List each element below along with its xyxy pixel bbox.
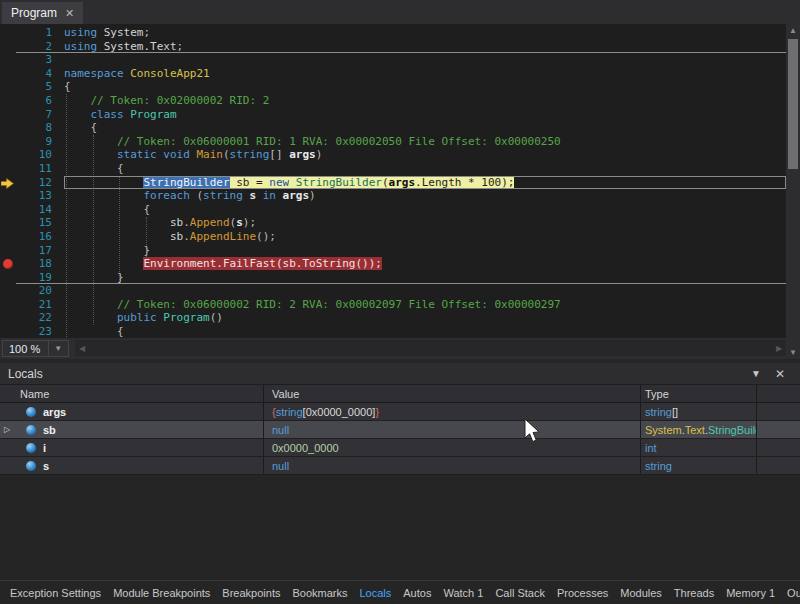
bottom-tab-autos[interactable]: Autos (397, 587, 437, 599)
locals-column-header[interactable]: Name Value Type (0, 385, 800, 403)
code-line[interactable]: 9 // Token: 0x06000001 RID: 1 RVA: 0x000… (0, 135, 786, 149)
code-line[interactable]: 1using System; (0, 26, 786, 40)
bottom-tab-processes[interactable]: Processes (551, 587, 614, 599)
code-line[interactable]: 12 StringBuilder sb = new StringBuilder(… (0, 176, 786, 190)
locals-name-cell[interactable]: args (0, 403, 264, 420)
tab-program[interactable]: Program ✕ (2, 2, 83, 24)
bottom-tab-modules[interactable]: Modules (614, 587, 668, 599)
expand-arrow-icon[interactable]: ▷ (0, 425, 14, 434)
code-line[interactable]: 13 foreach (string s in args) (0, 189, 786, 203)
code-text[interactable]: // Token: 0x06000002 RID: 2 RVA: 0x00002… (64, 298, 786, 312)
code-text[interactable]: StringBuilder sb = new StringBuilder(arg… (64, 176, 786, 190)
code-text[interactable]: using System.Text; (64, 40, 786, 54)
breakpoint-margin[interactable] (0, 94, 16, 108)
bottom-tab-call-stack[interactable]: Call Stack (489, 587, 551, 599)
breakpoint-margin[interactable] (0, 311, 16, 325)
editor-horizontal-scrollbar[interactable]: ◀ ▶ (75, 340, 786, 356)
code-line[interactable]: 4namespace ConsoleApp21 (0, 67, 786, 81)
locals-row[interactable]: i0x0000_0000int (0, 439, 800, 457)
breakpoint-margin[interactable] (0, 230, 16, 244)
bottom-tab-locals[interactable]: Locals (353, 587, 397, 599)
column-header-type[interactable]: Type (641, 385, 757, 402)
breakpoint-margin[interactable] (0, 108, 16, 122)
bottom-tab-breakpoints[interactable]: Breakpoints (216, 587, 286, 599)
scroll-up-icon[interactable]: ▲ (786, 24, 800, 37)
locals-type-cell[interactable]: string[] (641, 403, 757, 420)
locals-name-cell[interactable]: s (0, 457, 264, 474)
current-statement-arrow-icon[interactable] (0, 176, 16, 190)
breakpoint-margin[interactable] (0, 26, 16, 40)
locals-value-cell[interactable]: null (264, 457, 641, 474)
breakpoint-margin[interactable] (0, 325, 16, 339)
locals-value-cell[interactable]: null (264, 421, 641, 438)
code-line[interactable]: 18 Environment.FailFast(sb.ToString()); (0, 257, 786, 271)
editor-vertical-scrollbar[interactable]: ▲ ▼ (786, 24, 800, 359)
code-line[interactable]: 5{ (0, 80, 786, 94)
locals-value-cell[interactable]: 0x0000_0000 (264, 439, 641, 456)
code-line[interactable]: 21 // Token: 0x06000002 RID: 2 RVA: 0x00… (0, 298, 786, 312)
scroll-right-icon[interactable]: ▶ (772, 340, 786, 356)
code-text[interactable]: } (64, 244, 786, 258)
locals-title-bar[interactable]: Locals ▼ ✕ (0, 363, 800, 385)
code-line[interactable]: 6 // Token: 0x02000002 RID: 2 (0, 94, 786, 108)
code-line[interactable]: 22 public Program() (0, 311, 786, 325)
code-line[interactable]: 19 } (0, 271, 786, 285)
code-text[interactable] (64, 284, 786, 298)
bottom-tab-bookmarks[interactable]: Bookmarks (286, 587, 353, 599)
column-header-name[interactable]: Name (0, 385, 264, 402)
locals-row[interactable]: ▷sbnullSystem.Text.StringBuilder (0, 421, 800, 439)
locals-row[interactable]: snullstring (0, 457, 800, 475)
locals-value-cell[interactable]: {string[0x0000_0000]} (264, 403, 641, 420)
code-text[interactable]: namespace ConsoleApp21 (64, 67, 786, 81)
breakpoint-margin[interactable] (0, 189, 16, 203)
bottom-tab-exception-settings[interactable]: Exception Settings (4, 587, 107, 599)
code-line[interactable]: 11 { (0, 162, 786, 176)
breakpoint-margin[interactable] (0, 298, 16, 312)
code-line[interactable]: 15 sb.Append(s); (0, 216, 786, 230)
breakpoint-margin[interactable] (0, 40, 16, 54)
code-line[interactable]: 3 (0, 53, 786, 67)
code-line[interactable]: 20 (0, 284, 786, 298)
breakpoint-margin[interactable] (0, 67, 16, 81)
breakpoint-margin[interactable] (0, 244, 16, 258)
scroll-down-icon[interactable]: ▼ (786, 346, 800, 359)
code-text[interactable] (64, 53, 786, 67)
locals-type-cell[interactable]: int (641, 439, 757, 456)
code-text[interactable]: sb.AppendLine(); (64, 230, 786, 244)
code-line[interactable]: 17 } (0, 244, 786, 258)
bottom-tab-module-breakpoints[interactable]: Module Breakpoints (107, 587, 216, 599)
code-editor[interactable]: 1using System;2using System.Text;34names… (0, 24, 786, 340)
vertical-scrollbar-thumb[interactable] (788, 39, 798, 169)
code-text[interactable]: using System; (64, 26, 786, 40)
code-line[interactable]: 14 { (0, 203, 786, 217)
locals-type-cell[interactable]: string (641, 457, 757, 474)
code-text[interactable]: public Program() (64, 311, 786, 325)
code-line[interactable]: 16 sb.AppendLine(); (0, 230, 786, 244)
bottom-tab-watch-1[interactable]: Watch 1 (437, 587, 489, 599)
locals-name-cell[interactable]: ▷sb (0, 421, 264, 438)
breakpoint-margin[interactable] (0, 284, 16, 298)
locals-row[interactable]: args{string[0x0000_0000]}string[] (0, 403, 800, 421)
chevron-down-icon[interactable]: ▼ (48, 341, 62, 356)
code-text[interactable]: class Program (64, 108, 786, 122)
code-line[interactable]: 10 static void Main(string[] args) (0, 148, 786, 162)
breakpoint-margin[interactable] (0, 135, 16, 149)
code-text[interactable]: { (64, 325, 786, 339)
breakpoint-margin[interactable] (0, 53, 16, 67)
code-line[interactable]: 7 class Program (0, 108, 786, 122)
code-text[interactable]: foreach (string s in args) (64, 189, 786, 203)
code-line[interactable]: 2using System.Text; (0, 40, 786, 54)
code-text[interactable]: // Token: 0x06000001 RID: 1 RVA: 0x00002… (64, 135, 786, 149)
breakpoint-margin[interactable] (0, 216, 16, 230)
tab-close-icon[interactable]: ✕ (65, 8, 74, 19)
breakpoint-margin[interactable] (0, 271, 16, 285)
bottom-tab-output[interactable]: Output (781, 587, 800, 599)
breakpoint-margin[interactable] (0, 162, 16, 176)
close-icon[interactable]: ✕ (768, 367, 792, 381)
code-text[interactable]: Environment.FailFast(sb.ToString()); (64, 257, 786, 271)
column-header-value[interactable]: Value (264, 385, 641, 402)
code-line[interactable]: 23 { (0, 325, 786, 339)
bottom-tab-memory-1[interactable]: Memory 1 (720, 587, 781, 599)
zoom-level-control[interactable]: 100 % ▼ (2, 340, 69, 357)
code-text[interactable]: } (64, 271, 786, 285)
